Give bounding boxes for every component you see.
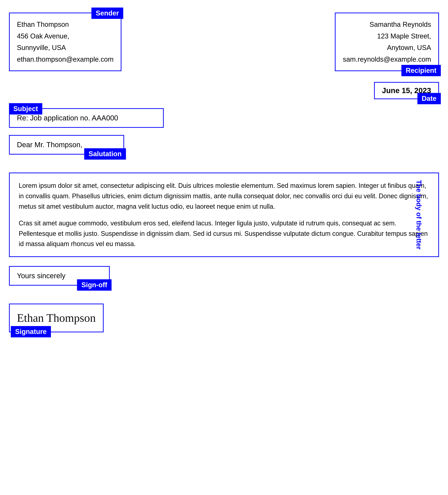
- recipient-box: Samantha Reynolds 123 Maple Street, Anyt…: [335, 13, 439, 71]
- recipient-address-line2: Anytown, USA: [343, 42, 431, 54]
- body-box: Lorem ipsum dolor sit amet, consectetur …: [9, 173, 439, 257]
- sender-block: Ethan Thompson 456 Oak Avenue, Sunnyvill…: [9, 13, 121, 71]
- recipient-name: Samantha Reynolds: [343, 19, 431, 30]
- salutation-label: Salutation: [84, 148, 126, 160]
- signature-section: Ethan Thompson Signature: [9, 303, 104, 332]
- recipient-address: Samantha Reynolds 123 Maple Street, Anyt…: [343, 19, 431, 65]
- signoff-section: Yours sincerely Sign-off: [9, 266, 110, 286]
- sender-name: Ethan Thompson: [17, 19, 114, 30]
- signoff-label: Sign-off: [77, 279, 112, 291]
- sender-label: Sender: [91, 8, 123, 19]
- signature-wrapper: Ethan Thompson Signature: [9, 303, 439, 332]
- sender-address-line1: 456 Oak Avenue,: [17, 30, 114, 42]
- date-label: Date: [418, 93, 441, 104]
- signature-value: Ethan Thompson: [17, 311, 96, 325]
- sender-box: Ethan Thompson 456 Oak Avenue, Sunnyvill…: [9, 13, 121, 71]
- signature-label: Signature: [11, 326, 51, 337]
- date-block: June 15, 2023 Date: [374, 82, 439, 99]
- signoff-value: Yours sincerely: [17, 272, 65, 280]
- salutation-value: Dear Mr. Thompson,: [17, 141, 82, 149]
- recipient-email: sam.reynolds@example.com: [343, 54, 431, 65]
- body-label: The body of the letter: [415, 180, 422, 249]
- salutation-section-wrapper: Dear Mr. Thompson, Salutation: [9, 135, 439, 164]
- body-paragraph-2: Cras sit amet augue commodo, vestibulum …: [19, 218, 429, 249]
- recipient-block: Samantha Reynolds 123 Maple Street, Anyt…: [335, 13, 439, 71]
- sender-email: ethan.thompson@example.com: [17, 54, 114, 65]
- recipient-address-line1: 123 Maple Street,: [343, 30, 431, 42]
- sender-address: Ethan Thompson 456 Oak Avenue, Sunnyvill…: [17, 19, 114, 65]
- body-section: Lorem ipsum dolor sit amet, consectetur …: [9, 173, 439, 257]
- subject-label: Subject: [9, 103, 42, 114]
- date-row: June 15, 2023 Date: [9, 82, 439, 99]
- signoff-wrapper: Yours sincerely Sign-off: [9, 266, 439, 295]
- sender-address-line2: Sunnyville, USA: [17, 42, 114, 54]
- top-row: Ethan Thompson 456 Oak Avenue, Sunnyvill…: [9, 13, 439, 71]
- subject-section: Subject Re: Job application no. AAA000: [9, 108, 439, 128]
- salutation-section: Dear Mr. Thompson, Salutation: [9, 135, 124, 155]
- recipient-label: Recipient: [401, 65, 441, 76]
- body-paragraph-1: Lorem ipsum dolor sit amet, consectetur …: [19, 180, 429, 212]
- subject-value: Re: Job application no. AAA000: [17, 114, 118, 122]
